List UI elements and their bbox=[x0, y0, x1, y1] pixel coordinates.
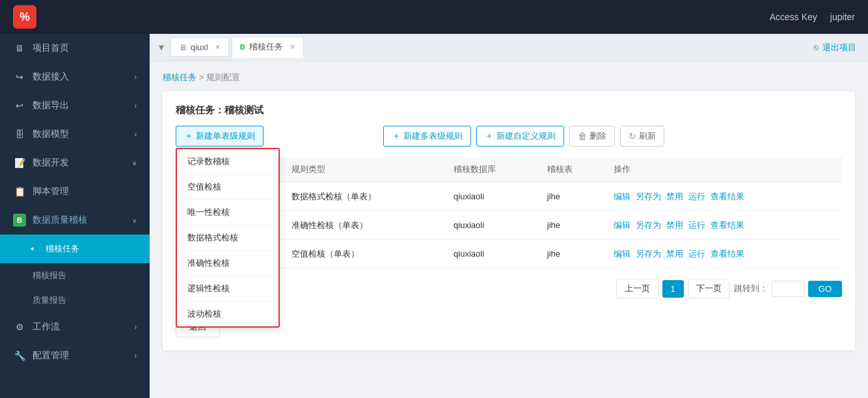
tab-qiuxl[interactable]: 🖥 qiuxl ✕ bbox=[170, 38, 229, 57]
col-actions: 操作 bbox=[606, 157, 842, 182]
action-另存为[interactable]: 另存为 bbox=[636, 220, 661, 231]
row-table: jihe bbox=[539, 240, 606, 268]
tab-close-button[interactable]: ✕ bbox=[215, 43, 221, 51]
plus-icon-2: ＋ bbox=[392, 130, 401, 142]
content-area: ▾ 🖥 qiuxl ✕ B 稽核任务 ✕ ⎋ 退出项目 稽核任务 bbox=[150, 34, 868, 398]
monitor-icon: 🖥 bbox=[13, 42, 26, 55]
chevron-right-icon: › bbox=[135, 102, 137, 109]
sidebar-item-label: 质量报告 bbox=[33, 295, 66, 305]
sidebar-item-home[interactable]: 🖥 项目首页 bbox=[0, 34, 150, 63]
action-查看结果[interactable]: 查看结果 bbox=[711, 220, 744, 231]
btn-label: 新建自定义规则 bbox=[496, 130, 556, 142]
next-page-button[interactable]: 下一页 bbox=[688, 279, 730, 298]
tab-close-button-2[interactable]: ✕ bbox=[290, 43, 295, 51]
tab-quality-icon: B bbox=[240, 43, 245, 51]
goto-input[interactable] bbox=[772, 281, 804, 297]
breadcrumb-audit-task-link[interactable]: 稽核任务 bbox=[163, 72, 197, 82]
btn-label: 新建单表级规则 bbox=[196, 130, 255, 142]
dropdown-item-accuracy-check[interactable]: 准确性检核 bbox=[177, 251, 278, 276]
data-export-icon: ↩ bbox=[13, 99, 26, 112]
page-1-button[interactable]: 1 bbox=[662, 280, 684, 298]
action-编辑[interactable]: 编辑 bbox=[614, 191, 631, 203]
sidebar-item-data-model[interactable]: 🗄 数据模型 › bbox=[0, 120, 150, 149]
row-table: jihe bbox=[539, 182, 606, 211]
action-编辑[interactable]: 编辑 bbox=[614, 220, 631, 231]
sidebar-item-data-quality[interactable]: B 数据质量稽核 ∨ bbox=[0, 206, 150, 235]
chevron-down-icon: ∨ bbox=[132, 217, 137, 224]
access-key-label[interactable]: Access Key bbox=[770, 12, 817, 22]
tab-label: qiuxl bbox=[191, 42, 208, 52]
action-禁用[interactable]: 禁用 bbox=[666, 248, 683, 260]
logo: % bbox=[13, 5, 36, 29]
col-db: 稽核数据库 bbox=[446, 157, 539, 182]
prev-page-button[interactable]: 上一页 bbox=[616, 279, 658, 298]
action-禁用[interactable]: 禁用 bbox=[666, 220, 683, 231]
chevron-right-icon: › bbox=[135, 74, 137, 81]
sidebar-item-audit-task[interactable]: • 稽核任务 bbox=[0, 235, 150, 263]
logout-button[interactable]: ⎋ 退出项目 bbox=[813, 42, 863, 53]
new-multi-table-rule-button[interactable]: ＋ 新建多表级规则 bbox=[383, 126, 471, 147]
sidebar-item-data-dev[interactable]: 📝 数据开发 ∨ bbox=[0, 149, 150, 177]
config-icon: 🔧 bbox=[13, 349, 26, 362]
dropdown-item-null-check[interactable]: 空值检核 bbox=[177, 175, 278, 200]
page-content: 稽核任务 > 规则配置 稽核任务：稽核测试 ＋ 新建单表级规则 记录数 bbox=[150, 61, 868, 398]
chevron-right-icon: › bbox=[135, 324, 137, 331]
username-label[interactable]: jupiter bbox=[830, 12, 855, 22]
action-查看结果[interactable]: 查看结果 bbox=[711, 191, 744, 203]
trash-icon: 🗑 bbox=[578, 131, 587, 141]
new-custom-rule-button[interactable]: ＋ 新建自定义规则 bbox=[476, 126, 564, 147]
action-查看结果[interactable]: 查看结果 bbox=[711, 248, 744, 260]
row-rule-type: 空值检核（单表） bbox=[284, 240, 446, 268]
col-rule-type: 规则类型 bbox=[284, 157, 446, 182]
sidebar-item-script-mgmt[interactable]: 📋 脚本管理 bbox=[0, 177, 150, 206]
sidebar-item-label: 配置管理 bbox=[33, 350, 69, 362]
sidebar-item-label: 工作流 bbox=[33, 321, 60, 333]
dot-icon: • bbox=[26, 242, 39, 255]
tab-add-button[interactable]: ▾ bbox=[155, 41, 168, 53]
dropdown-item-record-check[interactable]: 记录数稽核 bbox=[177, 149, 278, 175]
tab-audit-task[interactable]: B 稽核任务 ✕ bbox=[232, 36, 304, 58]
delete-button[interactable]: 🗑 删除 bbox=[569, 126, 615, 147]
row-rule-type: 准确性检核（单表） bbox=[284, 211, 446, 240]
pagination: 上一页 1 下一页 跳转到： GO bbox=[616, 279, 842, 298]
row-rule-type: 数据格式检核（单表） bbox=[284, 182, 446, 211]
logout-icon: ⎋ bbox=[813, 42, 819, 52]
btn-label: 删除 bbox=[590, 130, 606, 142]
action-编辑[interactable]: 编辑 bbox=[614, 248, 631, 260]
go-button[interactable]: GO bbox=[808, 281, 842, 297]
row-actions: 编辑另存为禁用运行查看结果 bbox=[606, 211, 842, 240]
sidebar-item-data-export[interactable]: ↩ 数据导出 › bbox=[0, 91, 150, 120]
action-禁用[interactable]: 禁用 bbox=[666, 191, 683, 203]
sidebar-item-label: 数据质量稽核 bbox=[33, 214, 87, 226]
sidebar-item-label: 稽核报告 bbox=[33, 270, 66, 280]
action-另存为[interactable]: 另存为 bbox=[636, 248, 661, 260]
refresh-icon: ↻ bbox=[629, 131, 636, 141]
chevron-down-icon: ∨ bbox=[132, 160, 137, 167]
sidebar-item-config-mgmt[interactable]: 🔧 配置管理 › bbox=[0, 341, 150, 370]
chevron-right-icon: › bbox=[135, 131, 137, 138]
sidebar-item-audit-report[interactable]: 稽核报告 bbox=[0, 263, 150, 288]
sidebar-item-label: 稽核任务 bbox=[46, 243, 79, 255]
sidebar-item-workflow[interactable]: ⚙ 工作流 › bbox=[0, 313, 150, 341]
new-single-table-rule-button[interactable]: ＋ 新建单表级规则 bbox=[176, 126, 264, 147]
sidebar: 🖥 项目首页 ↪ 数据接入 › ↩ 数据导出 › 🗄 数据模型 › 📝 数据开发… bbox=[0, 34, 150, 398]
new-single-table-wrapper: ＋ 新建单表级规则 记录数稽核 空值检核 唯一性检核 数据格式检核 准确性检核 … bbox=[176, 126, 264, 147]
refresh-button[interactable]: ↻ 刷新 bbox=[620, 126, 664, 147]
chevron-right-icon: › bbox=[135, 352, 137, 360]
action-另存为[interactable]: 另存为 bbox=[636, 191, 661, 203]
dropdown-item-wave-check[interactable]: 波动检核 bbox=[177, 302, 278, 326]
sidebar-item-data-input[interactable]: ↪ 数据接入 › bbox=[0, 63, 150, 91]
action-运行[interactable]: 运行 bbox=[688, 248, 705, 260]
row-actions: 编辑另存为禁用运行查看结果 bbox=[606, 182, 842, 211]
dropdown-item-format-check[interactable]: 数据格式检核 bbox=[177, 225, 278, 251]
quality-icon: B bbox=[13, 214, 26, 227]
dropdown-item-unique-check[interactable]: 唯一性检核 bbox=[177, 200, 278, 225]
plus-icon-3: ＋ bbox=[485, 130, 494, 142]
dropdown-item-logic-check[interactable]: 逻辑性检核 bbox=[177, 276, 278, 302]
topbar: % Access Key jupiter bbox=[0, 0, 868, 34]
row-db: qiuxiaoli bbox=[446, 211, 539, 240]
action-运行[interactable]: 运行 bbox=[688, 220, 705, 231]
col-table: 稽核表 bbox=[539, 157, 606, 182]
sidebar-item-quality-report[interactable]: 质量报告 bbox=[0, 288, 150, 313]
action-运行[interactable]: 运行 bbox=[688, 191, 705, 203]
